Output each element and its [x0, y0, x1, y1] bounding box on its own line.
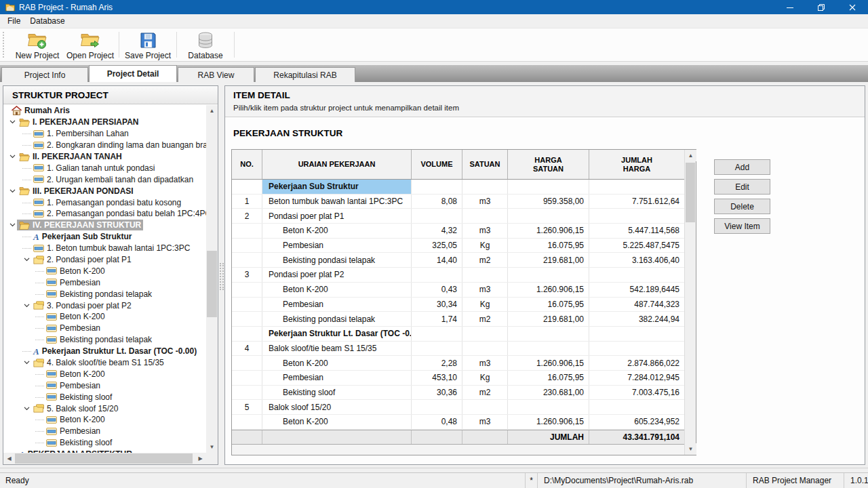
tree-node-label: 2. Pondasi poer plat P1 [47, 255, 132, 264]
table-row[interactable]: Beton K-2000,43m31.260.906,15542.189,644… [232, 283, 684, 298]
edit-button[interactable]: Edit [714, 179, 770, 195]
table-row[interactable]: Pekerjaan Sub Struktur [232, 180, 684, 195]
table-row[interactable]: Pembesian30,34Kg16.075,95487.744,323 [232, 298, 684, 312]
scrollbar-thumb[interactable] [686, 163, 695, 222]
delete-button[interactable]: Delete [714, 199, 770, 214]
column-header[interactable]: NO. [232, 150, 262, 179]
tree-node[interactable]: Rumah Aris [4, 105, 206, 117]
tree-node[interactable]: I. PEKERJAAN PERSIAPAN [4, 117, 206, 128]
chevron-down-icon[interactable] [8, 189, 17, 193]
minimize-icon[interactable] [774, 0, 806, 14]
table-row[interactable]: Beton K-2002,28m31.260.906,152.874.866,0… [232, 356, 684, 371]
open-project-button[interactable]: Open Project [64, 28, 117, 61]
table-row[interactable]: 5Balok sloof 15/20 [232, 400, 684, 415]
tree-node[interactable]: II. PEKERJAAN TANAH [4, 151, 206, 163]
table-row[interactable]: Pembesian325,05Kg16.075,955.225.487,5475 [232, 239, 684, 253]
column-header[interactable]: VOLUME [412, 150, 462, 179]
tree-node[interactable]: Pembesian [4, 380, 206, 391]
cell-volume: 14,40 [412, 253, 462, 267]
toolbar-separator [119, 32, 119, 58]
work-item-icon [46, 290, 57, 298]
table-row[interactable]: 4Balok sloof/tie beam S1 15/35 [232, 342, 684, 357]
column-header[interactable]: SATUAN [462, 150, 508, 179]
table-vertical-scrollbar[interactable]: ▲ ▼ [684, 150, 696, 455]
table-row[interactable]: Pembesian453,10Kg16.075,957.284.012,945 [232, 371, 684, 386]
column-header[interactable]: URAIAN PEKERJAAN [262, 150, 412, 179]
tree-node[interactable]: 2. Pondasi poer plat P1 [4, 254, 206, 266]
restore-icon[interactable] [806, 0, 837, 14]
chevron-down-icon[interactable] [8, 155, 17, 159]
panel-splitter[interactable] [220, 263, 224, 290]
tree-node[interactable]: 3. Pondasi poer plat P2 [4, 300, 206, 311]
table-row[interactable]: 1Beton tumbuk bawah lantai 1PC:3PC8,08m3… [232, 195, 684, 209]
chevron-down-icon[interactable] [8, 120, 17, 124]
tab-rekapitulasi-rab[interactable]: Rekapitulasi RAB [255, 67, 355, 82]
chevron-down-icon[interactable] [8, 223, 17, 227]
tree-node[interactable]: Beton K-200 [4, 414, 206, 426]
chevron-down-icon[interactable] [22, 258, 31, 262]
tree-node[interactable]: 1. Pemasangan pondasi batu kosong [4, 197, 206, 208]
tab-project-info[interactable]: Project Info [1, 67, 88, 82]
tree-node-label: Rumah Aris [24, 106, 70, 115]
table-row[interactable]: 3Pondasi poer plat P2 [232, 268, 684, 283]
tree-node[interactable]: Beton K-200 [4, 265, 206, 277]
table-row[interactable]: Beton K-2004,32m31.260.906,155.447.114,5… [232, 224, 684, 239]
tree-node[interactable]: Pembesian [4, 277, 206, 288]
scrollbar-thumb[interactable] [15, 453, 193, 464]
tree-node[interactable]: 2. Pemasangan pondasi batu belah 1PC:4PC [4, 208, 206, 220]
tree-node[interactable]: III. PEKERJAAN PONDASI [4, 185, 206, 197]
tree-horizontal-scrollbar[interactable]: ◀ ▶ [3, 453, 206, 464]
column-header[interactable]: JUMLAH HARGA [589, 150, 684, 179]
view-item-button[interactable]: View Item [714, 218, 770, 234]
scroll-left-icon[interactable]: ◀ [3, 453, 15, 464]
scroll-down-icon[interactable]: ▼ [206, 441, 218, 453]
scroll-right-icon[interactable]: ▶ [195, 453, 206, 464]
table-row[interactable]: Bekisting pondasi telapak1,74m2219.681,0… [232, 312, 684, 327]
scroll-up-icon[interactable]: ▲ [685, 150, 696, 161]
add-button[interactable]: Add [714, 159, 770, 175]
close-icon[interactable] [837, 0, 868, 14]
tree-vertical-scrollbar[interactable]: ▲ ▼ [206, 105, 218, 453]
table-row[interactable]: Bekisting pondasi telapak14,40m2219.681,… [232, 253, 684, 268]
tree-node[interactable]: 1. Galian tanah untuk pondasi [4, 162, 206, 174]
table-row[interactable]: Pekerjaan Struktur Lt. Dasar (TOC -0.00) [232, 327, 684, 342]
cell-satuan: m3 [462, 283, 508, 297]
table-row[interactable]: Beton K-2000,48m31.260.906,15605.234,952 [232, 415, 684, 430]
tree-node[interactable]: Beton K-200 [4, 311, 206, 323]
column-header[interactable]: HARGA SATUAN [508, 150, 589, 179]
tree-node[interactable]: Pembesian [4, 323, 206, 334]
table-row[interactable]: 2Pondasi poer plat P1 [232, 209, 684, 224]
chevron-down-icon[interactable] [22, 407, 31, 411]
menu-database[interactable]: Database [25, 14, 69, 28]
cell-satuan: m2 [462, 312, 508, 326]
database-button[interactable]: Database [179, 28, 232, 61]
tree-node[interactable]: Bekisting pondasi telapak [4, 288, 206, 300]
tree-node[interactable]: Bekisting pondasi telapak [4, 334, 206, 346]
chevron-down-icon[interactable] [22, 361, 31, 365]
new-project-button[interactable]: New Project [11, 28, 64, 61]
tree-node[interactable]: 4. Balok sloof/tie beam S1 15/35 [4, 357, 206, 369]
tree-node[interactable]: 2. Urugan kembali tanah dan dipadatkan [4, 174, 206, 185]
menu-file[interactable]: File [3, 14, 25, 28]
folder-open-icon [19, 221, 30, 230]
tree-node[interactable]: 1. Beton tumbuk bawah lantai 1PC:3PC [4, 243, 206, 254]
scroll-up-icon[interactable]: ▲ [206, 105, 218, 117]
tree-node[interactable]: IV. PEKERJAAN STRUKTUR [4, 220, 206, 231]
tree-node[interactable]: 1. Pembersihan Lahan [4, 128, 206, 140]
tree-node[interactable]: APekerjaan Struktur Lt. Dasar (TOC -0.00… [4, 346, 206, 357]
save-project-button[interactable]: Save Project [121, 28, 174, 61]
tab-rab-view[interactable]: RAB View [178, 67, 254, 82]
tree-node[interactable]: Pembesian [4, 426, 206, 437]
tree-node[interactable]: APekerjaan Sub Struktur [4, 231, 206, 243]
tree-node[interactable]: 2. Bongkaran dinding lama dan buangan br… [4, 140, 206, 151]
tree-node[interactable]: Bekisting sloof [4, 391, 206, 403]
toolbar-grip[interactable] [3, 32, 6, 58]
tree-node[interactable]: Beton K-200 [4, 368, 206, 380]
chevron-down-icon[interactable] [22, 304, 31, 308]
scroll-down-icon[interactable]: ▼ [685, 443, 696, 455]
tab-project-detail[interactable]: Project Detail [89, 65, 177, 82]
tree-node[interactable]: Bekisting sloof [4, 437, 206, 449]
scrollbar-thumb[interactable] [207, 251, 217, 317]
tree-node[interactable]: 5. Balok sloof 15/20 [4, 403, 206, 414]
table-row[interactable]: Bekisting sloof30,36m2230.681,007.003.47… [232, 386, 684, 401]
